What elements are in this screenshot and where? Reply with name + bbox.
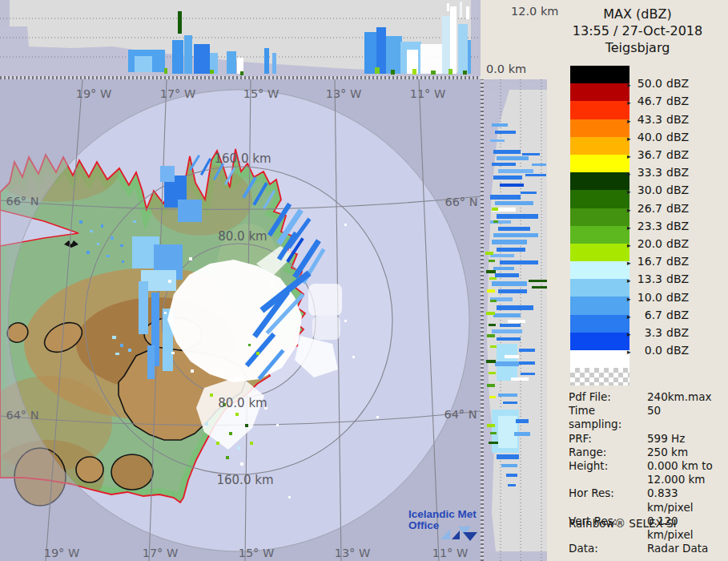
scale-color-block <box>570 83 629 101</box>
tick-arrow-icon: ▸ <box>627 117 635 125</box>
metadata-row: Height:0.000 km to 12.000 km <box>569 459 726 486</box>
metadata-label: Hor Res: <box>569 486 647 514</box>
station-name: Teigsbjarg <box>547 39 728 56</box>
scale-tick-label: ▸30.0dBZ <box>627 184 689 196</box>
tick-arrow-icon: ▸ <box>627 170 635 178</box>
right-cross-section-plot <box>484 79 547 561</box>
scale-color-block <box>570 155 629 172</box>
tick-arrow-icon: ▸ <box>627 241 635 249</box>
logo-text-line1: Icelandic Met <box>408 509 489 520</box>
scale-color-block <box>570 297 629 314</box>
radar-application-window: 19° W17° W15° W13° W11° W19° W17° W15° W… <box>0 0 728 561</box>
tick-arrow-icon: ▸ <box>627 224 635 232</box>
scale-color-block <box>570 368 629 385</box>
scale-color-block <box>570 208 629 226</box>
scale-tick-label: ▸50.0dBZ <box>627 77 689 90</box>
tick-arrow-icon: ▸ <box>627 135 635 143</box>
scale-color-block <box>570 315 629 333</box>
scale-tick-label: ▸13.3dBZ <box>627 272 689 285</box>
scale-color-block <box>570 119 629 137</box>
scale-tick-label: ▸6.7dBZ <box>627 309 689 321</box>
scale-color-block <box>570 190 629 208</box>
top-cross-section-panel <box>0 0 481 76</box>
metadata-label: Range: <box>569 446 647 459</box>
scale-color-block <box>570 244 629 261</box>
legend-title-block: MAX (dBZ) 13:55 / 27-Oct-2018 Teigsbjarg <box>547 0 728 56</box>
right-cross-section-panel <box>484 79 547 561</box>
height-min-label: 0.0 km <box>486 63 526 75</box>
panel-divider-vertical <box>481 79 484 561</box>
scale-tick-label: ▸46.7dBZ <box>627 95 689 107</box>
metadata-value: 240km.max <box>647 390 711 404</box>
scale-tick-label: ▸36.7dBZ <box>627 148 689 161</box>
met-office-logo-icon <box>439 522 481 543</box>
scale-color-block <box>570 350 629 368</box>
top-cross-section-plot <box>0 0 481 76</box>
tick-arrow-icon: ▸ <box>627 313 635 321</box>
radar-map <box>0 79 481 561</box>
product-title: MAX (dBZ) <box>547 6 728 22</box>
scale-color-block <box>570 333 629 350</box>
met-office-logo: Icelandic Met Office <box>408 509 489 531</box>
dbz-color-scale <box>570 66 629 385</box>
tick-arrow-icon: ▸ <box>627 206 635 214</box>
metadata-row: Hor Res:0.833 km/pixel <box>569 486 726 514</box>
legend-panel: MAX (dBZ) 13:55 / 27-Oct-2018 Teigsbjarg… <box>547 0 728 561</box>
tick-arrow-icon: ▸ <box>627 188 635 196</box>
metadata-value: Radar Data <box>647 542 708 555</box>
scale-tick-label: ▸16.7dBZ <box>627 255 689 268</box>
scale-tick-label: ▸0.0dBZ <box>627 344 689 357</box>
metadata-value: 599 Hz <box>647 432 685 446</box>
scale-tick-label: ▸33.3dBZ <box>627 166 689 179</box>
metadata-row: Time sampling:50 <box>569 404 726 431</box>
tick-arrow-icon: ▸ <box>627 99 635 107</box>
metadata-label: Height: <box>569 459 647 486</box>
tick-arrow-icon: ▸ <box>627 295 635 303</box>
metadata-row: PRF:599 Hz <box>569 432 726 446</box>
scan-metadata: Pdf File:240km.maxTime sampling:50PRF:59… <box>569 390 726 555</box>
metadata-row: Data:Radar Data <box>569 542 726 555</box>
tick-arrow-icon: ▸ <box>627 81 635 89</box>
scale-color-block <box>570 226 629 244</box>
tick-arrow-icon: ▸ <box>627 276 635 285</box>
scale-tick-label: ▸10.0dBZ <box>627 291 689 304</box>
scale-tick-label: ▸26.7dBZ <box>627 202 689 215</box>
scale-color-block <box>570 261 629 279</box>
metadata-label: Data: <box>569 542 647 555</box>
height-max-label: 12.0 km <box>511 5 558 18</box>
software-name: Rainbow® SELEX-SI <box>569 517 676 530</box>
scale-color-block <box>570 137 629 155</box>
tick-arrow-icon: ▸ <box>627 348 635 356</box>
tick-arrow-icon: ▸ <box>627 152 635 160</box>
metadata-value: 0.833 km/pixel <box>647 486 726 514</box>
metadata-value: 250 km <box>647 446 688 459</box>
metadata-value: 50 <box>647 404 661 431</box>
tick-arrow-icon: ▸ <box>627 259 635 267</box>
scale-tick-label: ▸3.3dBZ <box>627 326 689 339</box>
scale-tick-label: ▸23.3dBZ <box>627 220 689 232</box>
metadata-value: 0.000 km to 12.000 km <box>647 459 713 486</box>
radar-map-panel: 19° W17° W15° W13° W11° W19° W17° W15° W… <box>0 79 481 561</box>
metadata-row: Pdf File:240km.max <box>569 390 726 404</box>
metadata-label: PRF: <box>569 432 647 446</box>
metadata-label: Pdf File: <box>569 390 647 404</box>
scale-tick-label: ▸43.3dBZ <box>627 113 689 126</box>
tick-arrow-icon: ▸ <box>627 330 635 338</box>
timestamp: 13:55 / 27-Oct-2018 <box>547 22 728 39</box>
scale-color-block <box>570 101 629 119</box>
scale-color-block <box>570 279 629 297</box>
scale-tick-label: ▸20.0dBZ <box>627 237 689 250</box>
height-scale-corner: 12.0 km 0.0 km <box>481 0 561 79</box>
panel-divider-horizontal <box>0 76 484 79</box>
metadata-label: Time sampling: <box>569 404 647 431</box>
scale-color-block <box>570 66 629 83</box>
metadata-row: Range:250 km <box>569 446 726 459</box>
scale-tick-label: ▸40.0dBZ <box>627 131 689 143</box>
scale-color-block <box>570 172 629 190</box>
